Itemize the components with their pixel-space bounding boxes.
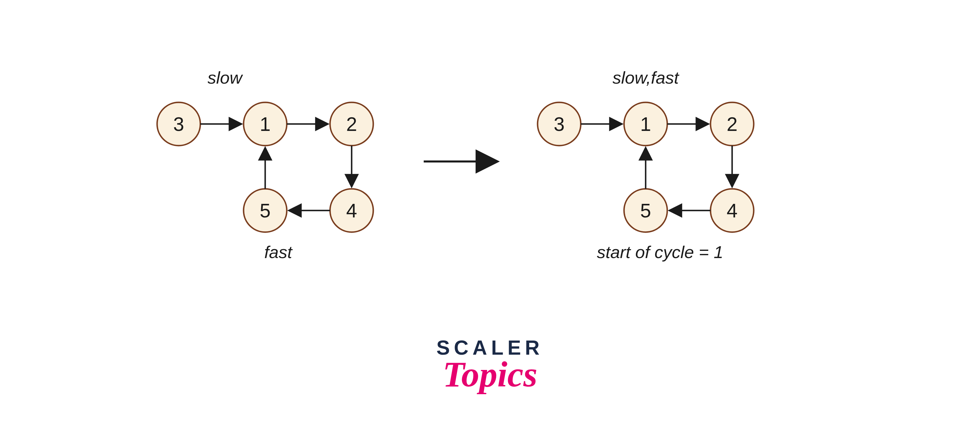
left-graph: slow 3 1 2 5 4 fast [157,68,373,262]
node-2: 2 [711,102,754,146]
svg-text:5: 5 [260,199,270,221]
svg-text:2: 2 [346,113,357,135]
svg-text:4: 4 [727,199,738,221]
diagram-canvas: slow 3 1 2 5 4 fast s [0,0,980,438]
node-3: 3 [157,102,200,146]
node-5: 5 [243,189,287,232]
right-bottom-label: start of cycle = 1 [597,242,724,262]
node-3: 3 [538,102,581,146]
svg-text:1: 1 [260,113,270,135]
logo-line2: Topics [443,354,538,394]
right-graph: slow,fast 3 1 2 5 4 start of cycle = 1 [538,68,754,262]
node-5: 5 [624,189,667,232]
svg-text:3: 3 [554,113,565,135]
scaler-topics-logo: SCALER Topics [436,336,544,394]
node-2: 2 [330,102,373,146]
node-1: 1 [243,102,287,146]
svg-text:1: 1 [640,113,651,135]
node-1: 1 [624,102,667,146]
right-top-label: slow,fast [612,68,679,88]
svg-text:5: 5 [640,199,651,221]
node-4: 4 [330,189,373,232]
svg-text:2: 2 [727,113,738,135]
svg-text:4: 4 [346,199,357,221]
left-top-label: slow [208,68,243,88]
svg-text:3: 3 [173,113,184,135]
node-4: 4 [711,189,754,232]
left-bottom-label: fast [264,242,293,262]
